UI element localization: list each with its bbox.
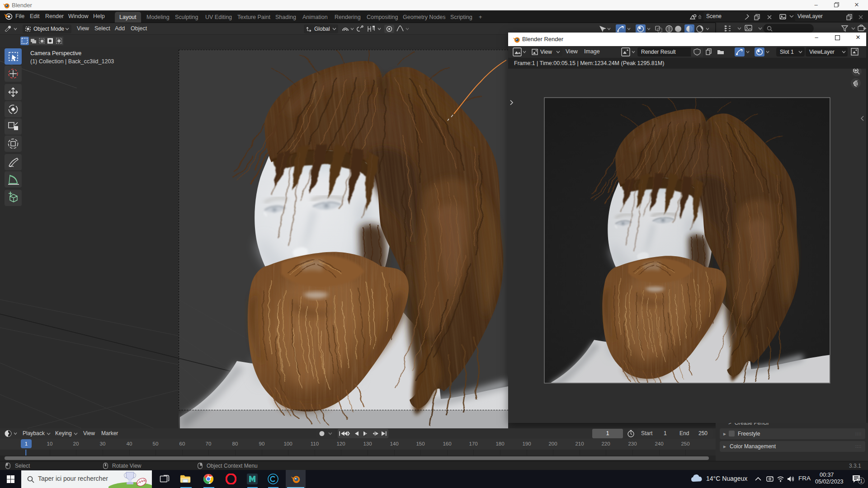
svg-text:(1) Collection | Back_cc3iid_1: (1) Collection | Back_cc3iid_1203 <box>30 58 114 65</box>
svg-text:1: 1 <box>860 479 863 483</box>
svg-text:Camera Perspective: Camera Perspective <box>30 50 81 56</box>
